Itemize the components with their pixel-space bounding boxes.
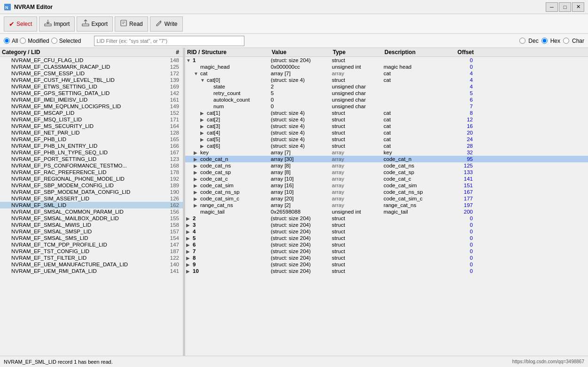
all-label[interactable]: All — [12, 38, 18, 44]
selected-label[interactable]: Selected — [59, 38, 81, 44]
expand-icon[interactable]: ▼ — [186, 58, 192, 63]
right-row-row-3[interactable]: ▶3 (struct: size 204) struct 0 — [185, 222, 588, 228]
right-row-row-code-cat-sim-c[interactable]: ▶code_cat_sim_c array [20] array code_ca… — [185, 195, 588, 202]
left-row-11[interactable]: NVRAM_EF_NET_PAR_LID 128 — [0, 129, 183, 136]
expand-icon[interactable]: ▶ — [186, 223, 192, 228]
expand-icon[interactable]: ▶ — [200, 144, 206, 149]
import-button[interactable]: Import — [39, 16, 75, 32]
expand-icon[interactable]: ▶ — [200, 130, 206, 136]
right-row-row-key[interactable]: ▶key array [7] array key 32 — [185, 149, 588, 156]
left-row-23[interactable]: NVRAM_EF_SMSAL_COMMON_PARAM_LID 156 — [0, 208, 183, 215]
expand-icon[interactable]: ▶ — [186, 262, 192, 267]
left-row-7[interactable]: NVRAM_EF_MM_EQPLMN_LOCIGPRS_LID 149 — [0, 103, 183, 110]
right-row-row-num[interactable]: num 0 unsigned char 7 — [185, 103, 588, 110]
right-row-row-retry[interactable]: retry_count 5 unsigned char 5 — [185, 90, 588, 96]
close-button[interactable]: ✕ — [572, 2, 584, 12]
left-row-25[interactable]: NVRAM_EF_SMSAL_MWIS_LID 158 — [0, 222, 183, 228]
right-row-row-autolock[interactable]: autolock_count 0 unsigned char 6 — [185, 96, 588, 103]
right-row-row-cat4[interactable]: ▶cat[4] (struct: size 4) struct cat 20 — [185, 129, 588, 136]
lid-filter-input[interactable] — [94, 36, 244, 46]
right-row-row-cat[interactable]: ▼cat array [7] array cat 4 — [185, 70, 588, 77]
all-radio[interactable] — [4, 38, 10, 44]
left-row-29[interactable]: NVRAM_EF_TST_CONFIG_LID 187 — [0, 248, 183, 255]
char-radio[interactable] — [563, 38, 569, 44]
left-row-18[interactable]: NVRAM_EF_REGIONAL_PHONE_MODE_LID 192 — [0, 176, 183, 182]
left-row-3[interactable]: NVRAM_EF_CUST_HW_LEVEL_TBL_LID 139 — [0, 77, 183, 83]
right-row-row-code-cat-n[interactable]: ▶code_cat_n array [30] array code_cat_n … — [185, 156, 588, 162]
left-row-0[interactable]: NVRAM_EF_CFU_FLAG_LID 148 — [0, 57, 183, 64]
left-row-6[interactable]: NVRAM_EF_IMEI_IMEISV_LID 161 — [0, 96, 183, 103]
left-row-28[interactable]: NVRAM_EF_TCM_PDP_PROFILE_LID 147 — [0, 241, 183, 248]
right-row-row-magic-head[interactable]: magic_head 0x000000cc unsigned int magic… — [185, 64, 588, 70]
expand-icon[interactable]: ▶ — [186, 249, 192, 254]
expand-icon[interactable]: ▶ — [194, 190, 199, 195]
expand-icon[interactable]: ▶ — [194, 150, 199, 155]
right-row-row-cat5[interactable]: ▶cat[5] (struct: size 4) struct cat 24 — [185, 136, 588, 143]
hex-radio[interactable] — [541, 38, 548, 44]
expand-icon[interactable]: ▶ — [186, 236, 192, 241]
right-scroll-area[interactable]: ▼1 (struct: size 204) struct 0 magic_hea… — [185, 57, 588, 356]
left-row-24[interactable]: NVRAM_EF_SMSAL_MAILBOX_ADDR_LID 155 — [0, 215, 183, 222]
left-row-15[interactable]: NVRAM_EF_PORT_SETTING_LID 123 — [0, 156, 183, 162]
right-row-row-code-cat-sp[interactable]: ▶code_cat_sp array [8] array code_cat_sp… — [185, 169, 588, 176]
right-row-row-range-cat-ns[interactable]: ▶range_cat_ns array [2] array range_cat_… — [185, 202, 588, 208]
left-row-1[interactable]: NVRAM_EF_CLASSMARK_RACAP_LID 125 — [0, 64, 183, 70]
write-button[interactable]: Write — [150, 16, 183, 32]
dec-label[interactable]: Dec — [528, 38, 538, 44]
right-row-row-10[interactable]: ▶10 (struct: size 204) struct 0 — [185, 268, 588, 274]
left-row-16[interactable]: NVRAM_EF_PS_CONFORMANCE_TESTMO... 168 — [0, 162, 183, 169]
right-row-row-1[interactable]: ▼1 (struct: size 204) struct 0 — [185, 57, 588, 64]
expand-icon[interactable]: ▼ — [194, 71, 199, 76]
left-row-27[interactable]: NVRAM_EF_SMSAL_SMS_LID 154 — [0, 235, 183, 241]
right-row-row-cat3[interactable]: ▶cat[3] (struct: size 4) struct cat 16 — [185, 123, 588, 129]
left-row-5[interactable]: NVRAM_EF_GPS_SETTING_DATA_LID 142 — [0, 90, 183, 96]
right-row-row-code-cat-sim[interactable]: ▶code_cat_sim array [16] array code_cat_… — [185, 182, 588, 189]
expand-icon[interactable]: ▶ — [194, 176, 199, 182]
select-button[interactable]: ✔ Select — [4, 16, 37, 32]
left-row-32[interactable]: NVRAM_EF_UEM_RMI_DATA_LID 141 — [0, 268, 183, 274]
left-row-22[interactable]: NVRAM_EF_SML_LID 162 — [0, 202, 183, 208]
left-row-17[interactable]: NVRAM_EF_RAC_PREFERENCE_LID 178 — [0, 169, 183, 176]
right-row-row-magic-tail[interactable]: magic_tail 0x26598088 unsigned int magic… — [185, 208, 588, 215]
expand-icon[interactable]: ▶ — [200, 137, 206, 142]
left-row-26[interactable]: NVRAM_EF_SMSAL_SMSP_LID 157 — [0, 228, 183, 235]
minimize-button[interactable]: ─ — [546, 2, 558, 12]
expand-icon[interactable]: ▼ — [200, 78, 206, 83]
left-row-30[interactable]: NVRAM_EF_TST_FILTER_LID 122 — [0, 255, 183, 261]
right-row-row-7[interactable]: ▶7 (struct: size 204) struct 0 — [185, 248, 588, 255]
expand-icon[interactable]: ▶ — [186, 242, 192, 247]
left-row-19[interactable]: NVRAM_EF_SBP_MODEM_CONFIG_LID 189 — [0, 182, 183, 189]
expand-icon[interactable]: ▶ — [194, 163, 199, 168]
left-row-4[interactable]: NVRAM_EF_ETWS_SETTING_LID 169 — [0, 83, 183, 90]
left-row-31[interactable]: NVRAM_EF_UEM_MANUFACTURE_DATA_LID 140 — [0, 261, 183, 268]
left-row-13[interactable]: NVRAM_EF_PHB_LN_ENTRY_LID 166 — [0, 143, 183, 149]
expand-icon[interactable]: ▶ — [200, 111, 206, 116]
modified-label[interactable]: Modified — [28, 38, 49, 44]
expand-icon[interactable]: ▶ — [194, 183, 199, 188]
hex-label[interactable]: Hex — [550, 38, 560, 44]
right-row-row-cat0[interactable]: ▼cat[0] (struct: size 4) struct cat 4 — [185, 77, 588, 83]
expand-icon[interactable]: ▶ — [194, 157, 199, 162]
expand-icon[interactable]: ▶ — [200, 117, 206, 122]
maximize-button[interactable]: □ — [559, 2, 571, 12]
left-row-12[interactable]: NVRAM_EF_PHB_LID 165 — [0, 136, 183, 143]
expand-icon[interactable]: ▶ — [194, 203, 199, 208]
expand-icon[interactable]: ▶ — [186, 255, 192, 261]
char-label[interactable]: Char — [572, 38, 584, 44]
left-row-10[interactable]: NVRAM_EF_MS_SECURITY_LID 164 — [0, 123, 183, 129]
left-row-2[interactable]: NVRAM_EF_CSM_ESSP_LID 172 — [0, 70, 183, 77]
right-row-row-cat6[interactable]: ▶cat[6] (struct: size 4) struct cat 28 — [185, 143, 588, 149]
read-button[interactable]: Read — [115, 16, 148, 32]
expand-icon[interactable]: ▶ — [186, 216, 192, 221]
right-row-row-8[interactable]: ▶8 (struct: size 204) struct 0 — [185, 255, 588, 261]
expand-icon[interactable]: ▶ — [200, 124, 206, 129]
left-row-14[interactable]: NVRAM_EF_PHB_LN_TYPE_SEQ_LID 167 — [0, 149, 183, 156]
left-row-8[interactable]: NVRAM_EF_MSCAP_LID 152 — [0, 110, 183, 116]
right-row-row-state[interactable]: state 2 unsigned char 4 — [185, 83, 588, 90]
right-row-row-code-cat-ns-sp[interactable]: ▶code_cat_ns_sp array [10] array code_ca… — [185, 189, 588, 195]
right-row-row-2[interactable]: ▶2 (struct: size 204) struct 0 — [185, 215, 588, 222]
selected-radio[interactable] — [51, 38, 57, 44]
left-row-20[interactable]: NVRAM_EF_SBP_MODEM_DATA_CONFIG_LID 190 — [0, 189, 183, 195]
right-row-row-cat1[interactable]: ▶cat[1] (struct: size 4) struct cat 8 — [185, 110, 588, 116]
right-row-row-cat2[interactable]: ▶cat[2] (struct: size 4) struct cat 12 — [185, 116, 588, 123]
